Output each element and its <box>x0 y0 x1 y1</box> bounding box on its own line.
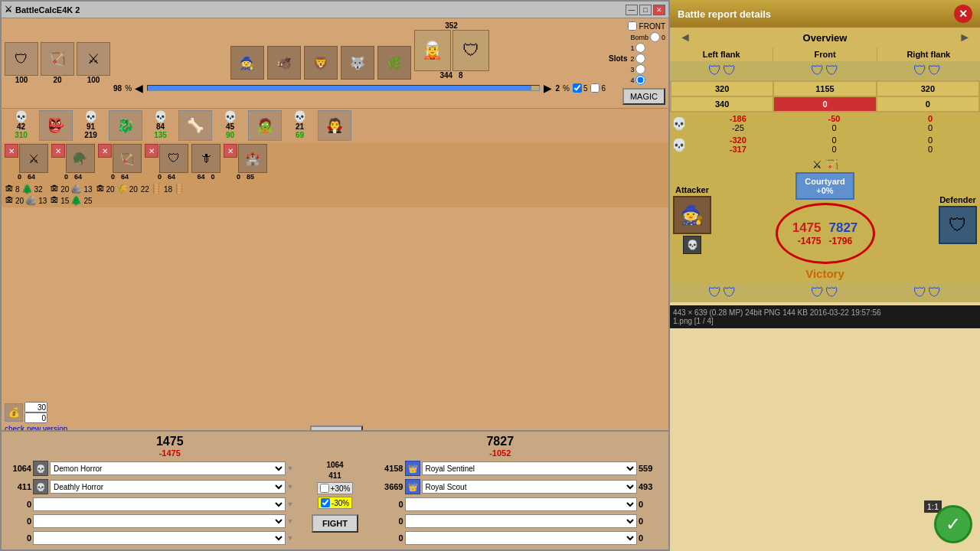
file-name: 1.png [1 / 4] <box>673 317 977 325</box>
file-info-area: 443 × 639 (0.28 MP) 24bit PNG 144 KB 201… <box>670 305 980 328</box>
right-atk-loss: 0 <box>882 114 978 123</box>
checkbox5-text: 5 <box>583 84 588 93</box>
defender-extra-2: 493 <box>639 482 665 491</box>
plus30-checkbox[interactable] <box>320 484 329 493</box>
defender-unit-5: 0 0 <box>377 531 666 545</box>
skull-loss-icon: 💀 <box>671 116 687 131</box>
defender-select-1[interactable]: Royal Sentinel <box>422 461 638 475</box>
skull-val1-4: 45 <box>226 122 234 131</box>
attacker-extra-3: ▼ <box>287 500 294 508</box>
front-header: Front <box>773 47 877 61</box>
nav-next-button[interactable]: ► <box>952 31 977 44</box>
attacker-extra-4: ▼ <box>287 517 294 525</box>
skull-val1-5: 21 <box>296 122 304 131</box>
nav-prev-button[interactable]: ◄ <box>673 31 697 44</box>
front-checkbox[interactable] <box>628 21 637 31</box>
skull-unit-1: 💀 42 310 <box>8 110 34 141</box>
minus30-checkbox[interactable] <box>321 498 330 507</box>
attacker-side: Attacker 🧙 💀 <box>673 185 711 254</box>
unit-block-3: ✕ 🏹 0 64 <box>98 144 142 181</box>
overview-nav: ◄ Overview ► <box>670 28 980 47</box>
maximize-button[interactable]: □ <box>639 5 652 15</box>
front-def-red: 0 <box>773 96 876 112</box>
attacker-units: 1064 💀 Demon Horror ▼ 411 💀 Deathly Horr… <box>5 461 294 546</box>
defender-unit-2: 3669 👑 Royal Scout 493 <box>377 479 666 494</box>
skull-row: 💀 42 310 👺 💀 91 219 🐉 💀 84 135 🦴 💀 45 90… <box>2 109 668 142</box>
progress-left-pct: % <box>125 84 132 93</box>
checkbox-6[interactable] <box>590 83 599 93</box>
unit-infantry: 🛡 100 <box>5 42 38 84</box>
food-input[interactable] <box>24 412 47 423</box>
attacker-side-label: Attacker <box>675 185 709 194</box>
fight-button[interactable]: FIGHT <box>312 514 358 533</box>
right-atk-num: 320 <box>877 81 979 96</box>
close-button[interactable]: ✕ <box>653 5 665 15</box>
window-controls: — □ ✕ <box>626 5 665 15</box>
defender-select-3[interactable] <box>405 497 638 511</box>
attacker-qty-label: 1064 <box>326 461 343 469</box>
defender-qty-5: 0 <box>377 533 403 543</box>
attacker-extra-1: ▼ <box>287 465 294 472</box>
troop-icon-5: 🗡 <box>191 144 220 173</box>
attacker-select-5[interactable] <box>33 531 286 545</box>
progress-fill <box>148 86 531 90</box>
slots-area: FRONT Slots Bomb 0 1 2 <box>609 21 665 105</box>
attacker-select-2[interactable]: Deathly Horror <box>50 480 286 494</box>
shield-icon-6: 🛡 <box>928 63 942 79</box>
slot-radio-1[interactable] <box>635 43 645 53</box>
troop-val2-2: 64 <box>74 173 82 181</box>
skull-icon-2: 💀 <box>84 110 97 122</box>
attacker-select-4[interactable] <box>33 514 286 528</box>
slot-radio-3[interactable] <box>635 64 645 74</box>
defender-select-4[interactable] <box>405 514 638 528</box>
skull-val1-1: 42 <box>17 122 25 131</box>
attacker-avatar: 🧙 <box>673 196 711 234</box>
skull-unit-3: 💀 84 135 <box>147 110 174 141</box>
front-checkbox-label[interactable]: FRONT <box>628 21 665 31</box>
slot-4: 4 <box>630 75 665 85</box>
attacker-select-3[interactable] <box>33 497 286 511</box>
checkbox6-label[interactable]: 6 <box>590 83 606 93</box>
slot-bomb: Bomb 0 <box>630 32 665 42</box>
resource-col-2: 🏚20 🪨13 🏚15 🌲25 <box>50 184 92 206</box>
minus30-checkbox-label[interactable]: -30% <box>318 497 352 509</box>
titlebar-title-area: ⚔ BattleCalcE4K 2 <box>5 5 80 15</box>
checkbox-5[interactable] <box>573 83 582 93</box>
attacker-qty-labels: 1064 <box>326 461 343 469</box>
unit-sprite-3: 🦁 <box>304 46 338 80</box>
slot-radio-bomb[interactable] <box>650 32 660 42</box>
shield-icon-1: 🛡 <box>708 63 722 79</box>
troop-val2-5: 0 <box>211 173 215 181</box>
unit-block-1: ✕ ⚔ 0 64 <box>5 144 48 181</box>
checkbox5-label[interactable]: 5 <box>573 83 588 93</box>
farm-icon-3: 🏚 <box>50 184 59 194</box>
defender-select-5[interactable] <box>405 531 638 545</box>
stats-grid: 320 1155 320 340 0 0 <box>670 80 980 112</box>
unit-block-6: ✕ 🏰 0 85 <box>224 144 267 181</box>
plus30-checkbox-label[interactable]: +30% <box>317 482 354 494</box>
magic-button[interactable]: MAGIC <box>622 88 665 105</box>
def-shield-5: 🛡 <box>913 285 927 301</box>
attacker-extra-5: ▼ <box>287 534 294 542</box>
slot-bomb-label: Bomb <box>630 34 648 41</box>
attacker-select-1[interactable]: Demon Horror <box>50 461 286 475</box>
cross-icon-1a: ✕ <box>5 144 18 158</box>
hero-count2: 344 <box>439 71 452 80</box>
unit-display-4: 🧟 <box>248 110 282 141</box>
confirm-button[interactable]: ✓ <box>934 505 972 543</box>
skull-icon-3: 💀 <box>154 110 167 122</box>
skull-val2-5: 69 <box>296 131 304 139</box>
defender-icon-1: 👑 <box>405 461 420 476</box>
attacker-icon-2: 💀 <box>33 479 48 494</box>
def-shield-3: 🛡 <box>811 285 825 301</box>
defender-side: Defender 🛡 <box>939 195 977 244</box>
gold-input[interactable] <box>24 402 47 412</box>
defender-select-2[interactable]: Royal Scout <box>422 480 638 494</box>
minimize-button[interactable]: — <box>626 5 638 15</box>
unit-blocks-row: ✕ ⚔ 0 64 ✕ 🪖 0 64 ✕ 🏹 0 <box>2 142 668 182</box>
food-icon-1: 🌾 <box>116 184 128 194</box>
defender-qty-1: 4158 <box>377 464 403 473</box>
close-report-button[interactable]: ✕ <box>954 5 972 23</box>
slot-radio-2[interactable] <box>635 54 645 64</box>
slot-radio-4[interactable] <box>635 75 645 85</box>
